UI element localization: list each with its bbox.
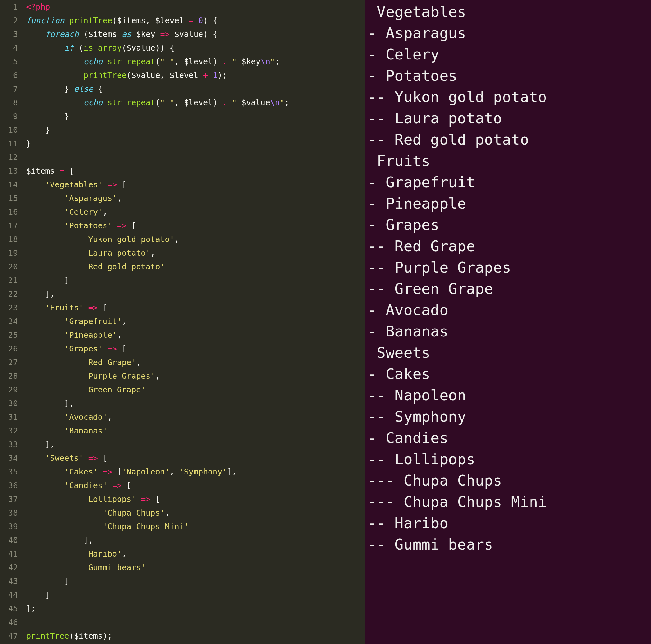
code-token xyxy=(84,453,88,463)
code-line[interactable]: 'Celery', xyxy=(26,205,365,219)
code-token xyxy=(227,98,232,107)
code-line[interactable]: 'Yukon gold potato', xyxy=(26,232,365,246)
code-line[interactable]: 'Potatoes' => [ xyxy=(26,219,365,232)
code-line[interactable]: ]; xyxy=(26,602,365,615)
line-number: 24 xyxy=(0,315,18,328)
code-token xyxy=(26,549,84,558)
code-line[interactable]: echo str_repeat("-", $level) . " $key\n"… xyxy=(26,55,365,68)
code-token: $key xyxy=(241,57,260,66)
code-token xyxy=(26,440,45,449)
code-line[interactable]: echo str_repeat("-", $level) . " $value\… xyxy=(26,96,365,109)
code-line[interactable]: 'Gummi bears' xyxy=(26,561,365,574)
code-line[interactable]: } xyxy=(26,109,365,123)
line-number: 40 xyxy=(0,533,18,547)
code-token: , xyxy=(175,98,184,107)
line-number: 30 xyxy=(0,397,18,410)
code-token xyxy=(26,495,84,504)
code-line[interactable]: } xyxy=(26,137,365,150)
code-line[interactable]: } xyxy=(26,123,365,137)
code-token: 'Grapefruit' xyxy=(64,317,122,326)
line-number: 46 xyxy=(0,615,18,629)
code-line[interactable] xyxy=(26,150,365,164)
code-line[interactable] xyxy=(26,615,365,629)
code-token: , xyxy=(175,57,184,66)
code-token: 'Cakes' xyxy=(64,467,98,476)
code-token xyxy=(26,84,64,93)
line-number: 11 xyxy=(0,137,18,150)
code-line[interactable]: 'Grapefruit', xyxy=(26,315,365,328)
code-line[interactable]: $items = [ xyxy=(26,164,365,178)
code-token: 'Fruits' xyxy=(45,303,83,312)
code-line[interactable]: 'Fruits' => [ xyxy=(26,301,365,315)
code-line[interactable]: 'Laura potato', xyxy=(26,246,365,260)
code-line[interactable]: 'Lollipops' => [ xyxy=(26,492,365,506)
line-number: 1 xyxy=(0,0,18,14)
code-token: => xyxy=(112,481,122,490)
code-token: " xyxy=(232,98,241,107)
code-token xyxy=(26,276,64,285)
code-line[interactable]: foreach ($items as $key => $value) { xyxy=(26,27,365,41)
code-line[interactable]: printTree($items); xyxy=(26,629,365,643)
terminal-output[interactable]: Vegetables- Asparagus- Celery- Potatoes-… xyxy=(365,0,651,644)
line-number: 4 xyxy=(0,41,18,55)
code-line[interactable]: 'Purple Grapes', xyxy=(26,369,365,383)
code-line[interactable]: 'Avocado', xyxy=(26,410,365,424)
code-token: 'Red gold potato' xyxy=(84,262,165,271)
code-line[interactable]: 'Pineapple', xyxy=(26,328,365,342)
code-token: 'Pineapple' xyxy=(64,330,117,340)
code-line[interactable]: if (is_array($value)) { xyxy=(26,41,365,55)
code-line[interactable]: ], xyxy=(26,397,365,410)
terminal-line: -- Yukon gold potato xyxy=(368,87,648,108)
code-line[interactable]: 'Candies' => [ xyxy=(26,479,365,492)
code-line[interactable]: 'Cakes' => ['Napoleon', 'Symphony'], xyxy=(26,465,365,479)
line-number: 39 xyxy=(0,520,18,533)
code-token: 'Gummi bears' xyxy=(84,563,146,572)
line-number: 18 xyxy=(0,232,18,246)
code-token: 'Chupa Chups Mini' xyxy=(103,522,189,531)
code-editor[interactable]: 1234567891011121314151617181920212223242… xyxy=(0,0,365,644)
code-token xyxy=(26,344,64,353)
code-token: ]; xyxy=(26,604,36,613)
code-line[interactable]: 'Grapes' => [ xyxy=(26,342,365,356)
code-line[interactable]: ], xyxy=(26,287,365,301)
code-line[interactable]: <?php xyxy=(26,0,365,14)
code-token xyxy=(26,481,64,490)
code-token xyxy=(26,590,45,599)
code-token: ( xyxy=(126,70,131,80)
code-line[interactable]: 'Sweets' => [ xyxy=(26,451,365,465)
code-area[interactable]: <?phpfunction printTree($items, $level =… xyxy=(22,0,365,644)
code-line[interactable]: ], xyxy=(26,533,365,547)
code-line[interactable]: 'Chupa Chups Mini' xyxy=(26,520,365,533)
code-token: => xyxy=(107,180,117,189)
code-line[interactable]: 'Asparagus', xyxy=(26,192,365,205)
code-token: 'Red Grape' xyxy=(84,358,136,367)
line-number: 16 xyxy=(0,205,18,219)
code-line[interactable]: function printTree($items, $level = 0) { xyxy=(26,14,365,27)
code-line[interactable]: ], xyxy=(26,438,365,451)
code-line[interactable]: ] xyxy=(26,273,365,287)
terminal-line: -- Lollipops xyxy=(368,449,648,470)
code-line[interactable]: } else { xyxy=(26,82,365,96)
code-line[interactable]: 'Red Grape', xyxy=(26,356,365,369)
code-line[interactable]: 'Red gold potato' xyxy=(26,260,365,273)
code-line[interactable]: 'Green Grape' xyxy=(26,383,365,397)
code-line[interactable]: 'Chupa Chups', xyxy=(26,506,365,520)
code-line[interactable]: ] xyxy=(26,588,365,602)
code-token: => xyxy=(107,344,117,353)
code-line[interactable]: 'Haribo', xyxy=(26,547,365,561)
code-token: } xyxy=(64,84,74,93)
code-token: , xyxy=(175,235,179,244)
code-token: $value xyxy=(175,30,203,39)
code-token xyxy=(26,317,64,326)
code-line[interactable]: ] xyxy=(26,574,365,588)
code-token: $value xyxy=(126,43,155,53)
code-line[interactable]: 'Bananas' xyxy=(26,424,365,438)
code-token xyxy=(64,166,69,176)
code-token: ); xyxy=(217,70,227,80)
code-line[interactable]: printTree($value, $level + 1); xyxy=(26,68,365,82)
terminal-line: - Grapefruit xyxy=(368,172,648,193)
code-token: ], xyxy=(64,399,74,408)
code-token: 'Chupa Chups' xyxy=(103,508,165,518)
code-token xyxy=(122,481,126,490)
code-line[interactable]: 'Vegetables' => [ xyxy=(26,178,365,192)
